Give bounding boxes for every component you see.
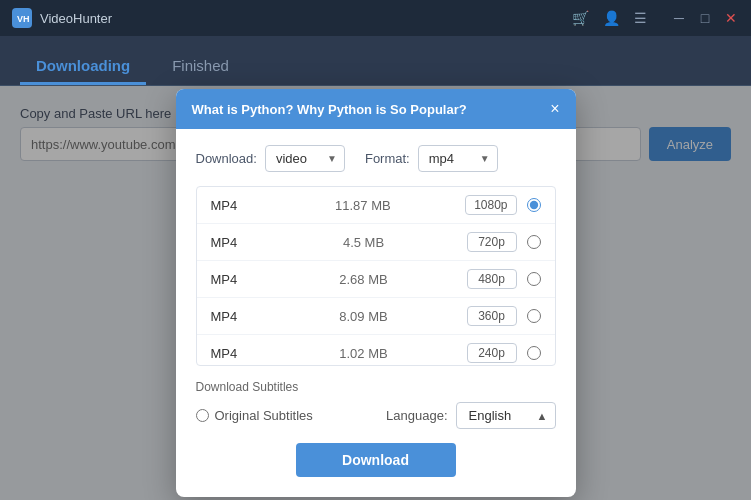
download-format-row: Download: video audio ▼ Format: [196, 145, 556, 172]
format-list: MP4 11.87 MB 1080p MP4 4.5 MB 720p MP4 2… [196, 186, 556, 366]
dialog-overlay: What is Python? Why Python is So Popular… [0, 86, 751, 500]
format-size: 11.87 MB [261, 198, 466, 213]
app-logo: VH [12, 8, 32, 28]
format-quality-badge: 240p [467, 343, 517, 363]
format-quality-radio[interactable] [527, 235, 541, 249]
format-type: MP4 [211, 309, 261, 324]
titlebar-controls: ─ □ ✕ [671, 10, 739, 26]
format-type: MP4 [211, 346, 261, 361]
download-field-group: Download: video audio ▼ [196, 145, 345, 172]
dialog-close-button[interactable]: × [550, 101, 559, 117]
original-subtitles-radio[interactable] [196, 409, 209, 422]
minimize-button[interactable]: ─ [671, 10, 687, 26]
format-quality-badge: 1080p [465, 195, 516, 215]
format-label: Format: [365, 151, 410, 166]
original-subtitles-group: Original Subtitles [196, 408, 313, 423]
dialog-header: What is Python? Why Python is So Popular… [176, 89, 576, 129]
original-subtitles-label: Original Subtitles [215, 408, 313, 423]
dialog-body: Download: video audio ▼ Format: [176, 129, 576, 366]
tab-downloading[interactable]: Downloading [20, 49, 146, 85]
download-btn-row: Download [176, 443, 576, 477]
format-select-wrapper: mp4 mkv mov avi ▼ [418, 145, 498, 172]
format-size: 8.09 MB [261, 309, 467, 324]
maximize-button[interactable]: □ [697, 10, 713, 26]
close-button[interactable]: ✕ [723, 10, 739, 26]
format-quality-radio[interactable] [527, 309, 541, 323]
format-size: 4.5 MB [261, 235, 467, 250]
titlebar-left: VH VideoHunter [12, 8, 112, 28]
main-content: Copy and Paste URL here Analyze What is … [0, 86, 751, 500]
download-label: Download: [196, 151, 257, 166]
format-row: MP4 4.5 MB 720p [197, 224, 555, 261]
account-icon[interactable]: 👤 [603, 10, 620, 26]
language-select-wrapper: English Spanish French German Japanese C… [456, 402, 556, 429]
subtitles-row: Original Subtitles Language: English Spa… [196, 402, 556, 429]
titlebar: VH VideoHunter 🛒 👤 ☰ ─ □ ✕ [0, 0, 751, 36]
format-quality-radio[interactable] [527, 272, 541, 286]
format-type: MP4 [211, 272, 261, 287]
subtitles-title: Download Subtitles [196, 380, 556, 394]
download-select-wrapper: video audio ▼ [265, 145, 345, 172]
menu-icon[interactable]: ☰ [634, 10, 647, 26]
format-field-group: Format: mp4 mkv mov avi ▼ [365, 145, 498, 172]
format-type: MP4 [211, 198, 261, 213]
format-size: 2.68 MB [261, 272, 467, 287]
format-row: MP4 2.68 MB 480p [197, 261, 555, 298]
format-row: MP4 11.87 MB 1080p [197, 187, 555, 224]
format-row: MP4 8.09 MB 360p [197, 298, 555, 335]
format-quality-badge: 480p [467, 269, 517, 289]
svg-text:VH: VH [17, 14, 29, 24]
format-select[interactable]: mp4 mkv mov avi [418, 145, 498, 172]
format-quality-badge: 360p [467, 306, 517, 326]
format-quality-radio[interactable] [527, 198, 541, 212]
tab-finished[interactable]: Finished [156, 49, 245, 85]
dialog-title: What is Python? Why Python is So Popular… [192, 102, 467, 117]
tabs-area: Downloading Finished [0, 36, 751, 86]
titlebar-icons: 🛒 👤 ☰ [572, 10, 647, 26]
language-label: Language: [386, 408, 447, 423]
format-type: MP4 [211, 235, 261, 250]
cart-icon[interactable]: 🛒 [572, 10, 589, 26]
format-size: 1.02 MB [261, 346, 467, 361]
format-quality-radio[interactable] [527, 346, 541, 360]
subtitles-section: Download Subtitles Original Subtitles La… [176, 380, 576, 429]
dialog: What is Python? Why Python is So Popular… [176, 89, 576, 497]
download-select[interactable]: video audio [265, 145, 345, 172]
format-row: MP4 1.02 MB 240p [197, 335, 555, 366]
language-select[interactable]: English Spanish French German Japanese C… [456, 402, 556, 429]
app-title: VideoHunter [40, 11, 112, 26]
format-quality-badge: 720p [467, 232, 517, 252]
language-row: Language: English Spanish French German … [386, 402, 555, 429]
download-button[interactable]: Download [296, 443, 456, 477]
